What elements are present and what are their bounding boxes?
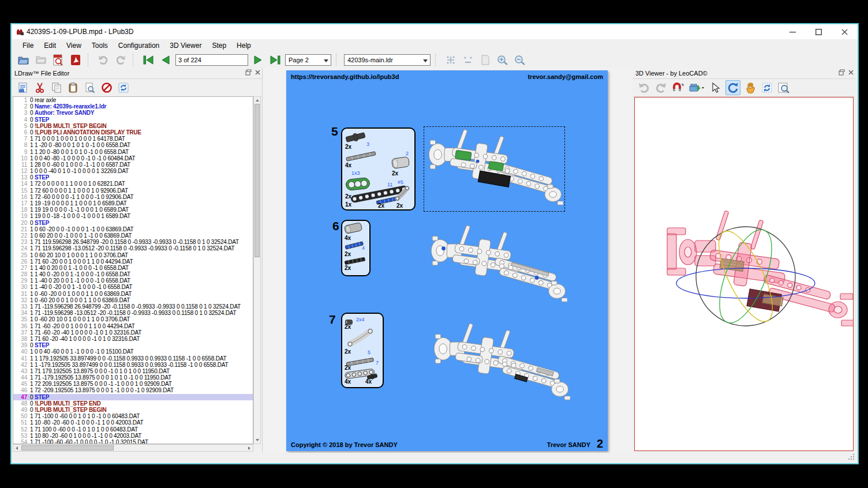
pli-box-step-7[interactable]: 2x2x42x2x54x74x xyxy=(341,313,384,388)
editor-line[interactable]: 261 71 60 -20 0 0 1 0 0 0 1 1 0 0 44294.… xyxy=(13,258,253,265)
close-icon[interactable] xyxy=(832,24,858,39)
ldraw-editor-text[interactable]: 10 rear axle20 Name: 42039s-rearaxle1.ld… xyxy=(13,96,253,444)
editor-line[interactable]: 341 71 -119.596298 -13.0512 -20 -0.1158 … xyxy=(13,310,253,316)
save-icon[interactable] xyxy=(33,53,48,67)
pli-box-step-5[interactable]: 2x34x2x1x32x21x112x2x#5 xyxy=(341,127,416,211)
editor-line[interactable]: 361 71 -60 -20 0 0 1 0 0 0 1 1 0 0 44294… xyxy=(13,323,253,329)
resize-grip[interactable] xyxy=(848,454,854,460)
pli-part[interactable] xyxy=(346,329,375,346)
cut-icon[interactable] xyxy=(33,81,47,95)
discard-icon[interactable] xyxy=(100,81,114,95)
editor-line[interactable]: 20 Name: 42039s-rearaxle1.ldr xyxy=(13,103,253,110)
editor-line[interactable]: 241 71 119.596298 -13.0512 -20 0.1158 0 … xyxy=(13,245,253,251)
editor-line[interactable]: 200 STEP xyxy=(13,220,253,226)
editor-line[interactable]: 281 1 40 0 -20 0 0 1 -1 0 0 0 -1 0 6558.… xyxy=(13,271,253,277)
editor-line[interactable]: 441 71 -179.192505 13.8975 0 0 0 1 0 1 0… xyxy=(13,374,253,381)
editor-line[interactable]: 221 0 60 20 0 0 -1 0 0 0 1 -1 0 0 63869.… xyxy=(13,232,253,239)
redo-icon[interactable] xyxy=(654,81,668,95)
float-dock-icon[interactable] xyxy=(245,69,252,77)
menu-item-file[interactable]: File xyxy=(17,40,39,51)
editor-vertical-scrollbar[interactable] xyxy=(253,96,261,444)
assembly-step-6[interactable] xyxy=(425,223,569,307)
editor-horizontal-scrollbar[interactable] xyxy=(13,444,253,452)
editor-line[interactable]: 470 STEP xyxy=(13,394,253,400)
pli-part[interactable] xyxy=(345,149,376,162)
scroll-down-icon[interactable] xyxy=(256,439,259,441)
snap-angle-icon[interactable] xyxy=(671,81,684,95)
last-page-icon[interactable] xyxy=(268,53,283,67)
editor-line[interactable]: 511 10 -80 -20 -60 0 -1 0 0 0 -1 1 0 0 4… xyxy=(13,419,253,426)
float-dock-icon[interactable] xyxy=(839,69,845,77)
editor-line[interactable]: 271 1 40 0 20 0 0 1 -1 0 0 0 -1 0 6558.D… xyxy=(13,265,253,271)
pli-part[interactable] xyxy=(391,156,410,169)
menu-item-help[interactable]: Help xyxy=(231,40,256,51)
fit-visible-icon[interactable] xyxy=(461,53,476,67)
editor-line[interactable]: 401 0 0 40 -60 0 0 1 -1 0 0 0 -1 0 15100… xyxy=(13,348,253,355)
transform-icon[interactable] xyxy=(687,81,706,95)
editor-line[interactable]: 121 0 0 0 -40 0 1 0 -1 0 0 0 0 1 32269.D… xyxy=(13,168,253,174)
editor-line[interactable]: 461 72 -209.192505 13.8975 0 0 0 1 -1 0 … xyxy=(13,387,253,393)
select-icon[interactable] xyxy=(709,81,723,95)
zoom-out-icon[interactable] xyxy=(512,53,527,67)
scroll-up-icon[interactable] xyxy=(256,99,259,102)
copy-icon[interactable] xyxy=(50,81,63,95)
editor-line[interactable]: 211 0 60 -20 0 0 -1 0 0 0 1 -1 0 0 63869… xyxy=(13,226,253,232)
zoom-in-icon[interactable] xyxy=(495,53,510,67)
close-dock-icon[interactable] xyxy=(848,69,854,77)
editor-line[interactable]: 50 !LPUB MULTI_STEP BEGIN xyxy=(13,123,253,129)
pdf-preview-icon[interactable] xyxy=(51,53,66,67)
pan-icon[interactable] xyxy=(743,81,757,95)
refresh-icon[interactable] xyxy=(117,81,130,95)
editor-line[interactable]: 171 19 -19 0 0 0 0 1 1 0 0 0 1 0 6589.DA… xyxy=(13,200,253,207)
editor-line[interactable]: 151 72 60 0 0 0 0 1 1 0 0 0 1 0 92906.DA… xyxy=(13,187,253,194)
pli-box-step-6[interactable]: 4x2x42x xyxy=(341,220,371,276)
page-combo[interactable]: Page 2 xyxy=(285,54,331,66)
undo-icon[interactable] xyxy=(96,53,111,67)
editor-line[interactable]: 451 72 209.192505 13.8975 0 0 0 -1 -1 0 … xyxy=(13,381,253,387)
scroll-right-icon[interactable] xyxy=(248,446,250,450)
editor-line[interactable]: 431 71 179.192505 13.8975 0 0 0 -1 0 1 0… xyxy=(13,368,253,374)
pli-part[interactable] xyxy=(346,354,374,364)
undo-icon[interactable] xyxy=(637,81,651,95)
editor-line[interactable]: 381 71 60 -20 -40 1 0 0 0 0 -1 0 1 0 323… xyxy=(13,336,253,342)
pli-part[interactable] xyxy=(345,317,353,322)
editor-line[interactable]: 60 !LPUB PLI ANNOTATION DISPLAY TRUE xyxy=(13,129,253,136)
editor-line[interactable]: 161 72 -60 0 0 0 0 -1 1 0 0 0 -1 0 92906… xyxy=(13,194,253,200)
editor-line[interactable]: 40 STEP xyxy=(13,117,253,123)
editor-line[interactable]: 521 71 100 0 -60 0 0 -1 0 1 0 1 0 0 6048… xyxy=(13,426,253,433)
editor-line[interactable]: 371 71 -60 -20 -40 1 0 0 0 0 -1 0 1 0 32… xyxy=(13,329,253,336)
editor-line[interactable]: 71 71 0 0 0 1 0 0 0 1 0 0 0 1 64178.DAT xyxy=(13,136,253,142)
editor-line[interactable]: 101 0 0 40 -80 -1 0 0 0 0 -1 0 -1 0 6048… xyxy=(13,155,253,162)
editor-line[interactable]: 531 10 80 -20 -60 0 1 0 0 0 -1 -1 0 0 42… xyxy=(13,433,253,439)
menu-item-step[interactable]: Step xyxy=(207,40,231,51)
editor-line[interactable]: 91 1 20 0 -80 0 0 1 0 1 0 -1 0 0 6558.DA… xyxy=(13,149,253,155)
editor-line[interactable]: 351 0 -60 20 10 0 1 0 0 0 1 1 0 0 3706.D… xyxy=(13,316,253,322)
maximize-icon[interactable] xyxy=(806,24,832,39)
editor-line[interactable]: 321 0 -60 20 0 0 1 0 0 0 1 1 0 0 63869.D… xyxy=(13,297,253,303)
pli-part[interactable] xyxy=(345,177,371,191)
editor-line[interactable]: 231 71 119.596298 26.948799 -20 0.1158 0… xyxy=(13,239,253,245)
editor-line[interactable]: 191 19 0 0 -18 -1 0 0 0 -1 0 0 0 1 6589.… xyxy=(13,213,253,219)
open-icon[interactable] xyxy=(16,53,31,67)
assembly-step-5[interactable] xyxy=(424,126,565,212)
editor-line[interactable]: 10 rear axle xyxy=(13,97,253,103)
fit-width-icon[interactable] xyxy=(443,53,458,67)
menu-item-3d-viewer[interactable]: 3D Viewer xyxy=(164,40,207,51)
previous-page-icon[interactable] xyxy=(158,53,173,67)
zoom-region-icon[interactable] xyxy=(777,81,791,95)
editor-line[interactable]: 390 STEP xyxy=(13,342,253,348)
roll-icon[interactable] xyxy=(760,81,774,95)
vertical-scroll-thumb[interactable] xyxy=(255,104,260,257)
paste-icon[interactable] xyxy=(66,81,80,95)
editor-line[interactable]: 501 71 -100 0 -60 0 0 1 0 1 0 -1 0 0 604… xyxy=(13,413,253,419)
redo-icon[interactable] xyxy=(113,53,128,67)
editor-line[interactable]: 81 1 -20 0 -80 0 0 1 0 1 0 -1 0 0 6558.D… xyxy=(13,142,253,148)
scroll-left-icon[interactable] xyxy=(16,446,18,450)
close-dock-icon[interactable] xyxy=(255,69,260,77)
editor-line[interactable]: 411 1 179.192505 33.897499 0 0 -0.1158 0… xyxy=(13,355,253,362)
menu-item-edit[interactable]: Edit xyxy=(39,40,61,51)
update-icon[interactable] xyxy=(16,81,30,95)
editor-line[interactable]: 421 1 -179.192505 33.897499 0 0 0.1158 0… xyxy=(13,362,253,368)
editor-line[interactable]: 331 71 -119.596298 26.948799 -20 -0.1158… xyxy=(13,303,253,310)
pli-part[interactable] xyxy=(344,222,362,234)
